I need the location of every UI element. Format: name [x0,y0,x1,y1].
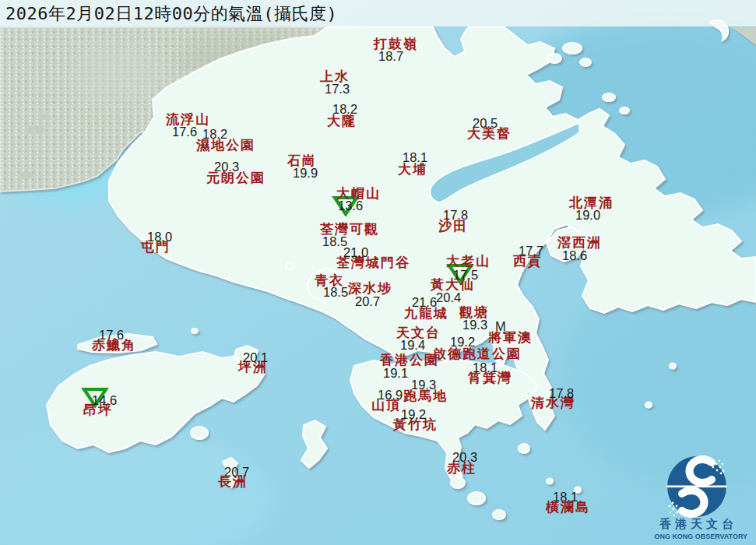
station-value: 20.1 [243,351,268,364]
station-value: 21.0 [343,246,368,259]
station-value: 16.9 [378,389,403,402]
station-value: 20.3 [214,160,239,174]
station-value: 20.4 [436,291,461,304]
station-value: 18.5 [323,286,348,299]
station-value: 17.3 [325,83,350,96]
station-name: 深水埗 [348,282,392,295]
station-value: 17.6 [172,125,197,139]
station-value: 20.3 [452,451,477,464]
station-value: 19.3 [411,378,436,392]
hko-temperature-map-app: 2026年2月02日12時00分的氣溫(攝氏度) 打鼓嶺18.7上水17.3大隴… [0,0,756,545]
station-value: 18.1 [403,151,427,164]
station-value: 18.2 [332,103,357,116]
station-value: 20.7 [355,295,380,308]
station-name: 啟德跑道公園 [433,347,522,360]
station-layer: 打鼓嶺18.7上水17.3大隴18.2流浮山17.6濕地公園18.2元朗公園20… [0,0,756,545]
station-value: 18.0 [147,230,172,244]
station-value: 18.1 [553,490,578,504]
station-value: 14.6 [92,394,117,407]
station-value: 19.9 [293,167,318,180]
station-name: 香港公園 [380,353,439,367]
station-value: 19.1 [383,367,408,380]
station-name: 黃大仙 [431,278,475,291]
station-value: 19.0 [575,209,600,222]
station-value: 17.8 [443,209,468,222]
station-name: 大隴 [327,114,357,128]
station-value: 13.6 [338,199,363,213]
station-value: 19.2 [450,336,475,349]
station-value: 19.3 [462,318,487,332]
station-value: 17.7 [519,244,543,258]
station-value: 17.6 [99,329,124,342]
station-name: 滘西洲 [557,236,602,249]
station-value: M [495,320,506,333]
station-value: 18.1 [473,361,498,374]
station-name: 大埔 [398,163,427,176]
station-value: 17.8 [549,387,574,400]
station-value: 21.6 [412,296,437,309]
station-value: 19.2 [401,408,426,421]
station-value: 20.5 [473,117,498,130]
station-value: 18.2 [202,128,227,141]
station-value: 19.4 [400,339,425,352]
station-value: 18.6 [562,249,587,262]
station-value: 18.7 [378,50,403,63]
station-name: 大老山 [446,255,491,268]
station-value: 20.7 [224,466,249,479]
